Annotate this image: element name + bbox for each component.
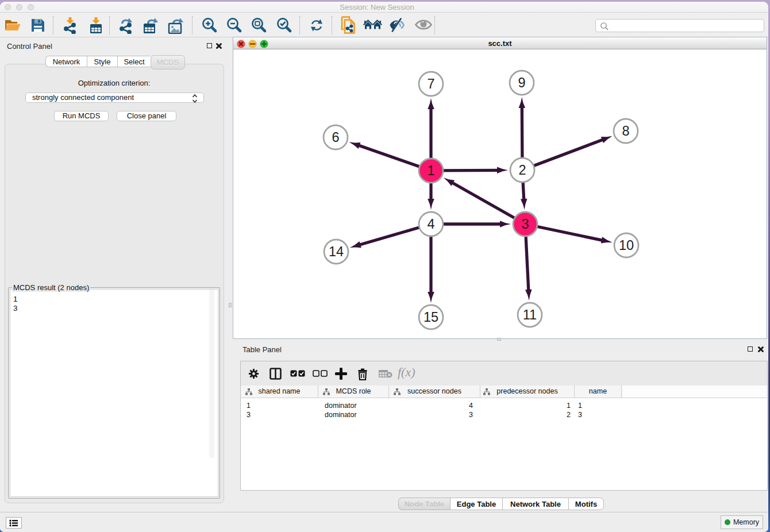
svg-text:3: 3 <box>521 217 529 232</box>
svg-text:6: 6 <box>332 130 339 145</box>
svg-text:1: 1 <box>427 163 434 178</box>
svg-text:10: 10 <box>619 238 634 253</box>
svg-text:9: 9 <box>518 75 525 90</box>
svg-text:7: 7 <box>427 76 434 91</box>
svg-text:4: 4 <box>427 217 434 232</box>
svg-text:2: 2 <box>518 163 526 178</box>
svg-text:15: 15 <box>424 310 438 325</box>
svg-text:14: 14 <box>329 244 344 259</box>
svg-text:11: 11 <box>523 307 537 322</box>
svg-text:8: 8 <box>622 124 629 138</box>
